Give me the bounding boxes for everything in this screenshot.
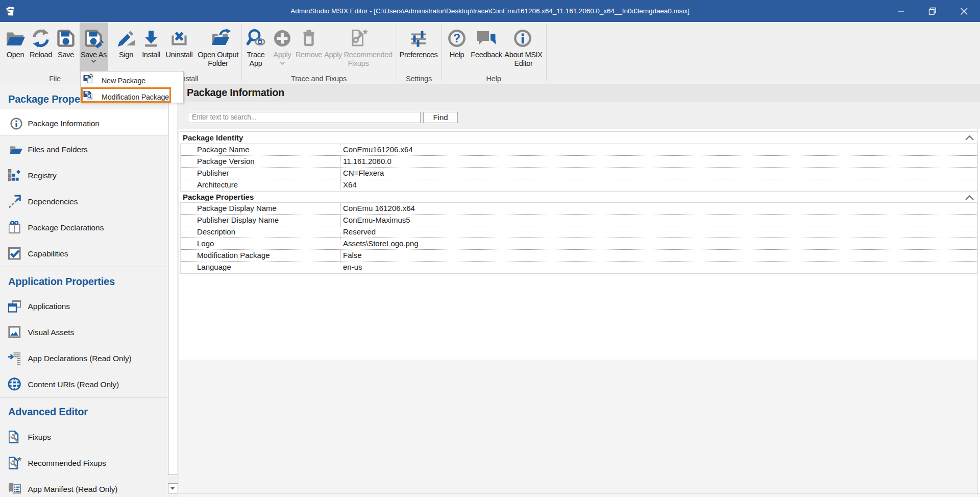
svg-text:?: ? xyxy=(453,32,460,45)
